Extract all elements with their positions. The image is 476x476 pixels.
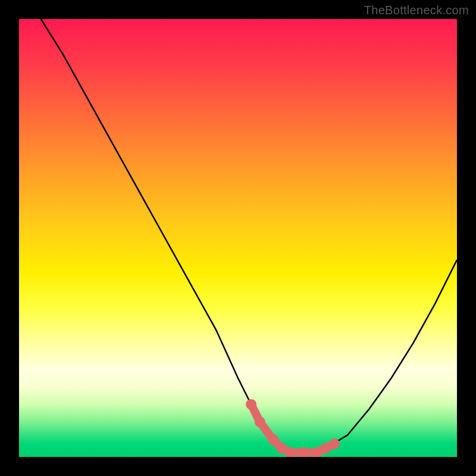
highlight-dot: [268, 434, 278, 445]
highlight-dot: [329, 439, 340, 449]
highlight-dot: [255, 416, 265, 427]
bottleneck-curve: [19, 19, 457, 457]
highlight-dot: [246, 399, 256, 410]
curve-path: [41, 19, 457, 453]
watermark-text: TheBottleneck.com: [364, 4, 469, 17]
